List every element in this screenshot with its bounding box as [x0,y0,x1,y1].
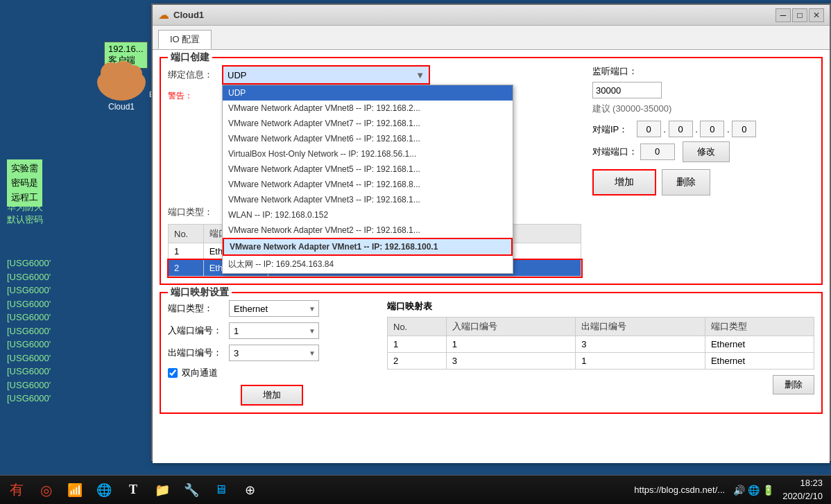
mapping-out-port-arrow: ▼ [306,349,318,357]
device-info: 华为防火 默认密码 [7,201,43,226]
binding-dropdown-container: UDP ▼ UDP VMware Network Adapter VMnet8 … [222,65,430,85]
map-col-in: 入端口编号 [446,318,576,336]
minimize-button[interactable]: ─ [776,8,791,22]
mapping-table-title: 端口映射表 [387,300,814,313]
mapping-port-type-arrow: ▼ [306,305,318,313]
tab-bar: IO 配置 [153,26,830,50]
mapping-add-container: 增加 [168,385,376,406]
sys-tray: 🔊 🌐 🔋 [733,485,774,496]
bidirectional-checkbox[interactable] [168,368,178,378]
taskbar-icon-5[interactable]: 🔧 [178,477,205,503]
port-mapping-section: 端口映射设置 端口类型： Ethernet ▼ 入端口编号： [160,292,823,414]
taskbar-typora-icon[interactable]: T [119,477,147,503]
dropdown-item-vmnet2[interactable]: VMware Network Adapter VMnet2 -- IP: 192… [223,223,513,238]
dropdown-item-wlan[interactable]: WLAN -- IP: 192.168.0.152 [223,207,513,223]
add-button[interactable]: 增加 [592,169,656,195]
warning-label: 警告： [168,90,216,102]
taskbar-icon-7[interactable]: ⊕ [236,477,264,503]
binding-row: 绑定信息： UDP ▼ UDP VMware Network Adapter V… [168,65,581,85]
mapping-port-type-dropdown[interactable]: Ethernet ▼ [229,300,319,317]
peer-port-row: 对端端口： 修改 [592,141,814,162]
taskbar-icon-1[interactable]: ◎ [32,477,60,503]
col-no: No. [169,225,204,243]
map-table-row[interactable]: 1 1 3 Ethernet [388,336,814,353]
binding-value: UDP [228,70,416,80]
mapping-out-port-dropdown[interactable]: 3 ▼ [229,345,319,361]
peer-ip-3[interactable] [700,121,724,137]
mapping-port-type-row: 端口类型： Ethernet ▼ [168,300,376,317]
bidirectional-row: 双向通道 [168,367,376,379]
taskbar-chrome-icon[interactable]: 🌐 [90,477,118,503]
mapping-in-port-dropdown[interactable]: 1 ▼ [229,322,319,339]
dropdown-item-vmnet7[interactable]: VMware Network Adapter VMnet7 -- IP: 192… [223,116,513,131]
map-table-row[interactable]: 2 3 1 Ethernet [388,353,814,370]
dropdown-item-vmnet4[interactable]: VMware Network Adapter VMnet4 -- IP: 192… [223,177,513,192]
dropdown-item-vmnet5[interactable]: VMware Network Adapter VMnet5 -- IP: 192… [223,162,513,177]
mapping-form: 端口类型： Ethernet ▼ 入端口编号： 1 ▼ [168,300,376,406]
mapping-table: No. 入端口编号 出端口编号 端口类型 1 1 3 Ether [387,317,814,370]
map-col-type: 端口类型 [705,318,814,336]
mapping-out-port-row: 出端口编号： 3 ▼ [168,345,376,361]
system-clock: 18:23 2020/2/10 [782,477,823,502]
desktop-cloud: Cloud1 [97,69,146,112]
network-icon: 🌐 [748,485,760,496]
dropdown-item-vmnet6[interactable]: VMware Network Adapter VMnet6 -- IP: 192… [223,131,513,146]
port-mapping-title: 端口映射设置 [168,286,232,299]
monitor-port-input[interactable] [592,82,662,98]
action-buttons: 增加 删除 [592,169,814,195]
peer-ip-label: 对端IP： [592,123,634,136]
mapping-delete-container: 删除 [387,375,814,394]
bidirectional-label: 双向通道 [182,367,218,379]
binding-label: 绑定信息： [168,69,216,81]
peer-ip-4[interactable] [732,121,756,137]
window-controls: ─ □ ✕ [776,8,824,22]
map-col-out: 出端口编号 [576,318,705,336]
dropdown-item-vmnet1[interactable]: VMware Network Adapter VMnet1 -- IP: 192… [223,238,513,256]
dropdown-arrow-icon: ▼ [416,70,425,80]
taskbar-start-icon[interactable]: 有 [3,477,31,503]
binding-dropdown-list: UDP VMware Network Adapter VMnet8 -- IP:… [222,85,513,274]
mapping-table-section: 端口映射表 No. 入端口编号 出端口编号 端口类型 [387,300,814,406]
peer-ip-row: 对端IP： . . . [592,121,814,137]
dropdown-item-vbox[interactable]: VirtualBox Host-Only Network -- IP: 192.… [223,146,513,162]
taskbar-wifi-icon[interactable]: 📶 [61,477,89,503]
window-title: Cloud1 [173,10,204,20]
desktop: 192.16... 客户端 Cloud1 Et 实验需 密码是 远程工 华为防火… [0,0,831,475]
info-panel: 实验需 密码是 远程工 [7,159,42,207]
window-icon: ☁ [158,8,169,21]
suggestion-text: 建议 (30000-35000) [592,103,814,115]
monitor-port-label: 监听端口： [592,65,641,78]
title-bar: ☁ Cloud1 ─ □ ✕ [153,5,830,26]
peer-ip-1[interactable] [637,121,661,137]
monitor-port-row: 监听端口： [592,65,814,78]
cloud1-dialog: ☁ Cloud1 ─ □ ✕ IO 配置 端口创建 [151,3,831,461]
mapping-add-button[interactable]: 增加 [241,385,303,406]
peer-port-label: 对端端口： [592,146,637,158]
taskbar: 有 ◎ 📶 🌐 T 📁 🔧 🖥 ⊕ https://blog.csdn.net/… [0,475,831,504]
port-creation-right: 监听端口： 建议 (30000-35000) 对端IP： . [592,65,814,277]
tab-io-config[interactable]: IO 配置 [158,30,212,49]
dropdown-item-vmnet3[interactable]: VMware Network Adapter VMnet3 -- IP: 192… [223,192,513,207]
dropdown-item-ethernet[interactable]: 以太网 -- IP: 169.254.163.84 [223,256,513,273]
port-creation-title: 端口创建 [168,51,212,64]
mapping-in-port-label: 入端口编号： [168,324,223,337]
taskbar-url: https://blog.csdn.net/... [634,485,725,495]
maximize-button[interactable]: □ [792,8,807,22]
peer-ip-2[interactable] [669,121,693,137]
port-creation-section: 端口创建 绑定信息： UDP ▼ [160,57,823,285]
dropdown-item-udp[interactable]: UDP [223,85,513,101]
dialog-content: 端口创建 绑定信息： UDP ▼ [153,50,830,463]
binding-dropdown[interactable]: UDP ▼ [222,65,430,85]
taskbar-right: https://blog.csdn.net/... 🔊 🌐 🔋 18:23 20… [634,477,828,502]
mapping-delete-button[interactable]: 删除 [773,375,814,394]
close-button[interactable]: ✕ [809,8,824,22]
taskbar-icon-6[interactable]: 🖥 [207,477,234,503]
dropdown-item-vmnet8[interactable]: VMware Network Adapter VMnet8 -- IP: 192… [223,101,513,116]
mapping-out-port-label: 出端口编号： [168,347,223,359]
peer-port-input[interactable] [640,144,675,160]
delete-button[interactable]: 删除 [662,169,710,195]
taskbar-icon-4[interactable]: 📁 [148,477,176,503]
mapping-in-port-arrow: ▼ [306,327,318,335]
modify-button[interactable]: 修改 [683,141,730,162]
mapping-in-port-row: 入端口编号： 1 ▼ [168,322,376,339]
